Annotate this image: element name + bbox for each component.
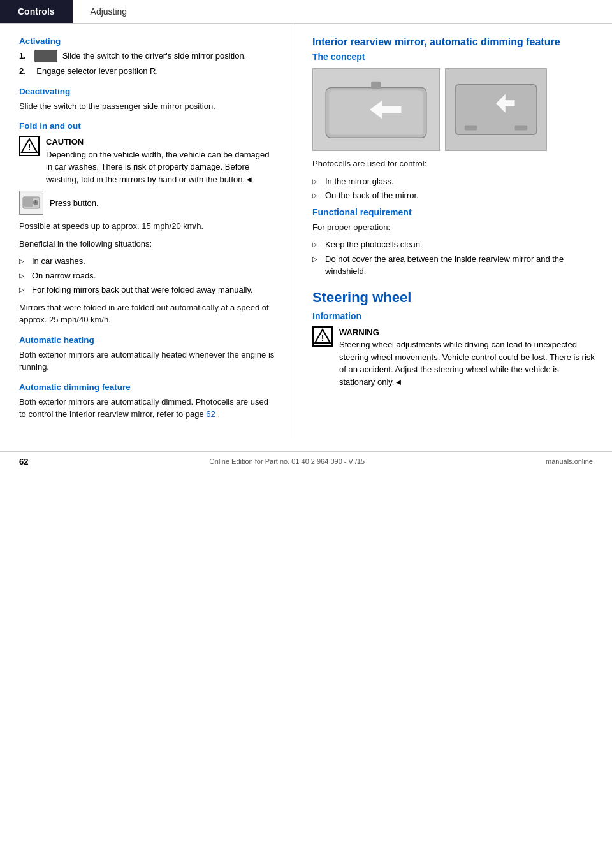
photocell-bullet-1: In the mirror glass. (312, 175, 596, 188)
beneficial-bullet-2: On narrow roads. (19, 270, 277, 282)
auto-dimming-heading: Automatic dimming feature (19, 382, 277, 392)
auto-heating-heading: Automatic heating (19, 335, 277, 345)
beneficial-bullet-2-text: On narrow roads. (32, 270, 96, 282)
photocell-bullet-2: On the back of the mirror. (312, 189, 596, 202)
svg-rect-14 (465, 126, 477, 131)
functional-bullet-1: Keep the photocells clean. (312, 238, 596, 251)
deactivating-heading: Deactivating (19, 87, 277, 96)
beneficial-bullet-1: In car washes. (19, 255, 277, 268)
functional-text: For proper operation: (312, 221, 596, 234)
tab-adjusting[interactable]: Adjusting (73, 0, 145, 23)
auto-dimming-body: Both exterior mirrors are automatically … (19, 397, 268, 419)
footer: 62 Online Edition for Part no. 01 40 2 9… (0, 451, 612, 472)
beneficial-bullet-1-text: In car washes. (32, 255, 85, 268)
press-button-text: Press button. (50, 198, 99, 208)
activating-step1-text: Slide the switch to the driver's side mi… (62, 50, 247, 62)
photocell-list: In the mirror glass. On the back of the … (312, 175, 596, 202)
warning-body: Steering wheel adjustments while driving… (339, 338, 596, 388)
mirrors-folded-text: Mirrors that were folded in are folded o… (19, 301, 277, 326)
warning-title: WARNING (339, 326, 596, 339)
interior-mirror-heading: Interior rearview mirror, automatic dimm… (312, 36, 596, 48)
left-column: Activating 1. Slide the switch to the dr… (0, 24, 293, 438)
auto-dimming-link[interactable]: 62 (206, 409, 215, 419)
activating-step-2: 2. Engage selector lever position R. (19, 65, 277, 78)
svg-rect-3 (24, 198, 33, 207)
fold-heading: Fold in and out (19, 121, 277, 131)
auto-heating-text: Both exterior mirrors are automatically … (19, 349, 277, 373)
steering-wheel-heading: Steering wheel (312, 289, 596, 306)
right-column: Interior rearview mirror, automatic dimm… (293, 24, 612, 438)
functional-list: Keep the photocells clean. Do not cover … (312, 238, 596, 278)
auto-dimming-text: Both exterior mirrors are automatically … (19, 396, 277, 421)
switch-icon (34, 50, 57, 62)
activating-list: 1. Slide the switch to the driver's side… (19, 50, 277, 78)
functional-heading: Functional requirement (312, 207, 596, 217)
functional-bullet-1-text: Keep the photocells clean. (325, 238, 423, 251)
btn-icon-row: Press button. (19, 191, 277, 215)
main-content: Activating 1. Slide the switch to the dr… (0, 24, 612, 438)
functional-bullet-2: Do not cover the area between the inside… (312, 253, 596, 278)
possible-speeds-text: Possible at speeds up to approx. 15 mph/… (19, 220, 277, 233)
mirror-images (312, 68, 596, 151)
warning-icon: ! (312, 326, 333, 347)
svg-rect-15 (515, 126, 528, 131)
footer-website: manuals.online (546, 458, 593, 465)
warning-text-container: WARNING Steering wheel adjustments while… (339, 326, 596, 389)
beneficial-bullet-3: For folding mirrors back out that were f… (19, 284, 277, 296)
activating-heading: Activating (19, 36, 277, 46)
photocell-bullet-1-text: In the mirror glass. (325, 175, 394, 188)
caution-body: Depending on the vehicle width, the vehi… (46, 148, 277, 186)
beneficial-list: In car washes. On narrow roads. For fold… (19, 255, 277, 296)
svg-rect-10 (371, 82, 381, 89)
footer-text: Online Edition for Part no. 01 40 2 964 … (209, 458, 365, 465)
caution-icon: ! (19, 136, 40, 156)
beneficial-heading-text: Beneficial in the following situations: (19, 238, 277, 250)
functional-bullet-2-text: Do not cover the area between the inside… (325, 253, 596, 278)
svg-text:!: ! (321, 333, 324, 343)
caution-box: ! CAUTION Depending on the vehicle width… (19, 136, 277, 185)
warning-box: ! WARNING Steering wheel adjustments whi… (312, 326, 596, 389)
mirror-image-right (445, 68, 547, 151)
page-number: 62 (19, 457, 28, 467)
photocell-bullet-2-text: On the back of the mirror. (325, 189, 419, 202)
activating-step2-text: Engage selector lever position R. (36, 65, 158, 78)
deactivating-text: Slide the switch to the passenger side m… (19, 100, 277, 113)
information-heading: Information (312, 311, 596, 321)
concept-heading: The concept (312, 52, 596, 62)
header-tabs: Controls Adjusting (0, 0, 612, 24)
mirror-image-left (312, 68, 440, 151)
caution-title: CAUTION (46, 136, 277, 148)
mirror-button-icon (19, 191, 43, 215)
photocells-text: Photocells are used for control: (312, 157, 596, 170)
caution-text: CAUTION Depending on the vehicle width, … (46, 136, 277, 185)
activating-step-1: 1. Slide the switch to the driver's side… (19, 50, 277, 62)
tab-controls[interactable]: Controls (0, 0, 73, 23)
svg-text:!: ! (28, 142, 31, 152)
beneficial-bullet-3-text: For folding mirrors back out that were f… (32, 284, 253, 296)
